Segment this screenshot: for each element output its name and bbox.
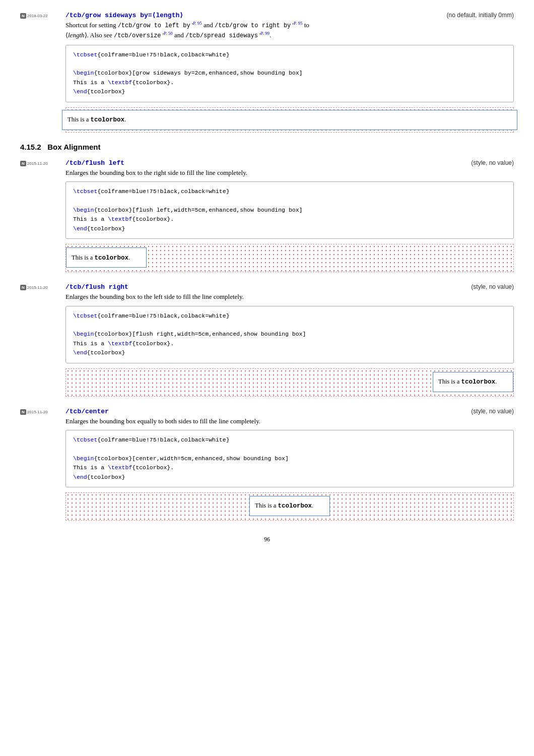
cmd-row-center: N 2015-11-20 /tcb/center (style, no valu… xyxy=(20,407,514,416)
demo-text-fl: This is a tcolorbox. xyxy=(72,254,130,262)
kw-textbf-4: \textbf xyxy=(108,464,132,471)
kw-textbf-1: \textbf xyxy=(108,79,132,86)
demo-flush-left: This is a tcolorbox. xyxy=(65,244,514,272)
kw-textbf-3: \textbf xyxy=(108,340,132,347)
date-center: 2015-11-20 xyxy=(27,410,48,414)
cmd-name-fl: /tcb/flush left xyxy=(65,159,471,167)
kw-textbf-2: \textbf xyxy=(108,216,132,222)
badge-col-grow: N 2018-03-22 xyxy=(20,13,65,19)
code-ref-1: /tcb/grow to left by xyxy=(118,22,190,29)
desc-fl: Enlarges the bounding box to the right s… xyxy=(65,168,514,178)
to-word: to xyxy=(304,21,309,29)
kw-end-3: \end xyxy=(73,349,87,356)
entry-flush-right: N 2015-11-20 /tcb/flush right (style, no… xyxy=(20,282,514,396)
flush-left-dotted-area: This is a tcolorbox. xyxy=(65,244,514,272)
code-ref-3: /tcb/oversize xyxy=(114,33,161,40)
badge-col-flush-left: N 2015-11-20 xyxy=(20,161,65,166)
n-badge-center: N xyxy=(20,409,26,415)
code-c-4: {tcolorbox} xyxy=(87,474,125,480)
kw-begin-3: \begin xyxy=(73,331,94,337)
desc-center: Enlarges the bounding box equally to bot… xyxy=(65,416,514,426)
n-badge-fr: N xyxy=(20,285,26,290)
sup-4: P. 99 xyxy=(261,31,270,36)
code-line-3b: {tcolorbox}. xyxy=(132,79,174,86)
code-line-3a: This is a xyxy=(73,79,108,86)
length-italic: length xyxy=(68,32,85,39)
code-fr-1: {colframe=blue!75!black,colback=white} xyxy=(97,312,229,319)
kw-begin-1: \begin xyxy=(73,70,94,76)
kw-tcbset-1: \tcbset xyxy=(73,51,97,58)
page-content: N 2018-03-22 /tcb/grow sideways by=⟨leng… xyxy=(20,10,514,543)
code-line-2a: {tcolorbox}[grow sideways by=2cm,enhance… xyxy=(94,70,302,76)
code-fl-1: {colframe=blue!75!black,colback=white} xyxy=(97,188,229,195)
kw-end-2: \end xyxy=(73,225,87,232)
code-c-2: {tcolorbox}[center,width=5cm,enhanced,sh… xyxy=(94,455,288,462)
sup-1: P. 95 xyxy=(193,21,202,26)
flush-right-dotted-area: This is a tcolorbox. xyxy=(65,368,514,397)
date-grow: 2018-03-22 xyxy=(27,14,48,18)
code-line-4a: {tcolorbox} xyxy=(87,88,125,95)
demo-flush-right: This is a tcolorbox. xyxy=(65,368,514,397)
center-dotted-area: This is a tcolorbox. xyxy=(65,492,514,521)
flush-right-box: This is a tcolorbox. xyxy=(433,372,513,392)
code-box-grow: \tcbset{colframe=blue!75!black,colback=w… xyxy=(65,45,514,102)
demo-grow-sideways: This is a tcolorbox. xyxy=(65,107,514,133)
kw-end-4: \end xyxy=(73,474,87,480)
badge-col-center: N 2015-11-20 xyxy=(20,409,65,415)
grow-inner-box: This is a tcolorbox. xyxy=(62,110,517,130)
code-fl-2: {tcolorbox}[flush left,width=5cm,enhance… xyxy=(94,207,302,213)
cmd-name-center: /tcb/center xyxy=(65,408,471,415)
sup-3: P. 50 xyxy=(164,31,173,36)
cmd-info-fl: (style, no value) xyxy=(471,159,514,166)
demo-text-center: This is a tcolorbox. xyxy=(255,502,313,510)
code-box-fr: \tcbset{colframe=blue!75!black,colback=w… xyxy=(65,306,514,363)
grow-dotted-outer: This is a tcolorbox. xyxy=(65,107,514,133)
sup-2: P. 95 xyxy=(294,21,303,26)
cmd-info-center: (style, no value) xyxy=(471,408,514,415)
section-title: 4.15.2 Box Alignment xyxy=(20,143,514,151)
n-badge-fl: N xyxy=(20,161,26,166)
kw-end-1: \end xyxy=(73,88,87,95)
badge-col-fr: N 2015-11-20 xyxy=(20,285,65,290)
code-fl-4: {tcolorbox} xyxy=(87,225,125,232)
code-ref-4: /tcb/spread sideways xyxy=(185,33,258,40)
cmd-info-grow: (no default, initially 0mm) xyxy=(447,12,514,19)
date-fl: 2015-11-20 xyxy=(27,161,48,166)
cmd-info-fr: (style, no value) xyxy=(471,283,514,290)
code-fr-3b: {tcolorbox}. xyxy=(132,340,174,347)
cmd-name-fr: /tcb/flush right xyxy=(65,283,471,291)
code-line-1a: {colframe=blue!75!black,colback=white} xyxy=(97,51,229,58)
date-fr: 2015-11-20 xyxy=(27,285,48,290)
page-number: 96 xyxy=(20,536,514,543)
n-badge-grow: N xyxy=(20,13,26,19)
code-c-3b: {tcolorbox}. xyxy=(132,464,174,471)
code-c-1: {colframe=blue!75!black,colback=white} xyxy=(97,436,229,443)
desc-grow: Shortcut for setting /tcb/grow to left b… xyxy=(65,20,514,41)
code-fr-2: {tcolorbox}[flush right,width=5cm,enhanc… xyxy=(94,331,306,337)
code-fr-3a: This is a xyxy=(73,340,108,347)
entry-center: N 2015-11-20 /tcb/center (style, no valu… xyxy=(20,407,514,521)
desc-fr: Enlarges the bounding box to the left si… xyxy=(65,292,514,302)
cmd-row-grow-sideways: N 2018-03-22 /tcb/grow sideways by=⟨leng… xyxy=(20,10,514,20)
kw-begin-4: \begin xyxy=(73,455,94,462)
cmd-row-flush-left: N 2015-11-20 /tcb/flush left (style, no … xyxy=(20,158,514,168)
code-c-3a: This is a xyxy=(73,464,108,471)
flush-center-box: This is a tcolorbox. xyxy=(249,496,330,516)
demo-text-fr: This is a tcolorbox. xyxy=(438,378,497,386)
kw-tcbset-3: \tcbset xyxy=(73,312,97,319)
cmd-row-flush-right: N 2015-11-20 /tcb/flush right (style, no… xyxy=(20,282,514,292)
entry-grow-sideways: N 2018-03-22 /tcb/grow sideways by=⟨leng… xyxy=(20,10,514,133)
kw-tcbset-2: \tcbset xyxy=(73,188,97,195)
code-box-center: \tcbset{colframe=blue!75!black,colback=w… xyxy=(65,430,514,487)
demo-text-grow: This is a tcolorbox. xyxy=(68,116,126,123)
entry-flush-left: N 2015-11-20 /tcb/flush left (style, no … xyxy=(20,158,514,272)
section-heading: 4.15.2 Box Alignment xyxy=(20,143,514,151)
cmd-name-grow: /tcb/grow sideways by=⟨length⟩ xyxy=(65,11,447,19)
code-ref-2: /tcb/grow to right by xyxy=(215,22,291,29)
code-fl-3a: This is a xyxy=(73,216,108,222)
code-fr-4: {tcolorbox} xyxy=(87,349,125,356)
code-box-fl: \tcbset{colframe=blue!75!black,colback=w… xyxy=(65,181,514,239)
kw-begin-2: \begin xyxy=(73,207,94,213)
flush-left-box: This is a tcolorbox. xyxy=(66,247,147,268)
kw-tcbset-4: \tcbset xyxy=(73,436,97,443)
